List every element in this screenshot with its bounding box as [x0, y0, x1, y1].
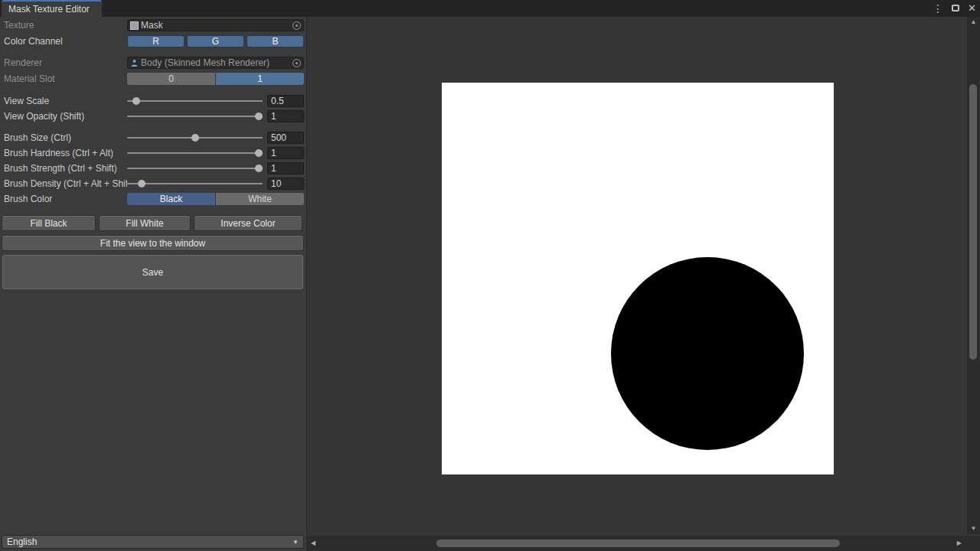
fit-view-button[interactable]: Fit the view to the window: [2, 235, 304, 251]
fill-actions-row: Fill Black Fill White Inverse Color: [2, 215, 304, 231]
texture-row: Texture Mask: [0, 19, 306, 31]
title-bar: Mask Texture Editor ⋮ ✕: [0, 0, 980, 17]
slider-thumb[interactable]: [255, 149, 263, 157]
horizontal-scrollbar-thumb[interactable]: [436, 540, 840, 547]
texture-canvas-area[interactable]: ▲ ▼ ◀ ▶: [307, 17, 980, 551]
inspector-panel: Texture Mask Color Channel R G B Rendere…: [0, 17, 306, 551]
texture-object-name: Mask: [141, 20, 290, 31]
view-scale-row: View Scale 0.5: [0, 95, 306, 107]
view-opacity-label: View Opacity (Shift): [4, 110, 84, 122]
brush-color-label: Brush Color: [4, 193, 52, 205]
channel-b-button[interactable]: B: [247, 35, 304, 47]
view-scale-label: View Scale: [4, 95, 49, 107]
scroll-down-arrow-icon[interactable]: ▼: [967, 525, 980, 533]
material-slot-row: Material Slot 0 1: [0, 73, 306, 85]
scroll-up-arrow-icon[interactable]: ▲: [967, 18, 980, 26]
object-picker-icon[interactable]: [292, 59, 301, 67]
renderer-object-field[interactable]: Body (Skinned Mesh Renderer): [127, 57, 304, 69]
brush-strength-slider[interactable]: [127, 162, 263, 174]
view-opacity-value-field[interactable]: 1: [267, 110, 304, 122]
brush-strength-row: Brush Strength (Ctrl + Shift) 1: [0, 162, 306, 174]
slider-thumb[interactable]: [191, 134, 199, 142]
brush-size-value-field[interactable]: 500: [267, 132, 304, 144]
slider-thumb[interactable]: [255, 112, 263, 120]
brush-density-label: Brush Density (Ctrl + Alt + Shift): [4, 178, 127, 190]
save-button[interactable]: Save: [2, 255, 303, 289]
scroll-right-arrow-icon[interactable]: ▶: [957, 540, 962, 547]
renderer-label: Renderer: [4, 57, 42, 69]
inverse-color-button[interactable]: Inverse Color: [194, 215, 302, 231]
channel-g-button[interactable]: G: [187, 35, 244, 47]
color-channel-label: Color Channel: [4, 35, 63, 47]
brush-density-slider[interactable]: [127, 178, 263, 190]
tab-mask-texture-editor[interactable]: Mask Texture Editor: [2, 0, 102, 17]
brush-hardness-row: Brush Hardness (Ctrl + Alt) 1: [0, 147, 306, 159]
painted-circle: [611, 257, 804, 450]
brush-hardness-value-field[interactable]: 1: [267, 147, 304, 159]
material-slot-0-button[interactable]: 0: [127, 73, 215, 85]
maximize-icon[interactable]: [952, 0, 959, 17]
slider-thumb[interactable]: [132, 97, 140, 105]
brush-density-value-field[interactable]: 10: [267, 178, 304, 190]
brush-size-label: Brush Size (Ctrl): [4, 132, 71, 144]
tab-title: Mask Texture Editor: [8, 4, 90, 15]
texture-view[interactable]: [442, 83, 834, 474]
texture-thumbnail-icon: [130, 21, 139, 30]
skinned-mesh-renderer-icon: [130, 59, 139, 67]
brush-hardness-label: Brush Hardness (Ctrl + Alt): [4, 147, 113, 159]
scroll-left-arrow-icon[interactable]: ◀: [311, 540, 315, 547]
chevron-down-icon: ▼: [292, 539, 299, 546]
view-scale-value-field[interactable]: 0.5: [267, 95, 304, 107]
brush-size-slider[interactable]: [127, 132, 263, 144]
brush-strength-value-field[interactable]: 1: [267, 162, 304, 174]
fill-black-button[interactable]: Fill Black: [2, 215, 96, 231]
brush-color-black-button[interactable]: Black: [127, 193, 215, 205]
language-selected-value: English: [7, 536, 37, 547]
view-opacity-slider[interactable]: [127, 110, 263, 122]
vertical-scrollbar[interactable]: ▲ ▼: [967, 17, 980, 534]
window-controls: ⋮ ✕: [933, 0, 976, 17]
fill-white-button[interactable]: Fill White: [99, 215, 191, 231]
brush-strength-label: Brush Strength (Ctrl + Shift): [4, 162, 117, 174]
slider-thumb[interactable]: [138, 180, 145, 187]
color-channel-row: Color Channel R G B: [0, 35, 306, 47]
view-scale-slider[interactable]: [127, 95, 263, 107]
material-slot-label: Material Slot: [4, 73, 55, 85]
material-slot-1-button[interactable]: 1: [215, 73, 304, 85]
language-dropdown[interactable]: English ▼: [2, 535, 304, 549]
texture-object-field[interactable]: Mask: [127, 19, 304, 31]
maximize-box-glyph: [952, 5, 959, 11]
brush-color-row: Brush Color Black White: [0, 193, 306, 205]
close-icon[interactable]: ✕: [968, 0, 976, 17]
view-opacity-row: View Opacity (Shift) 1: [0, 110, 306, 122]
horizontal-scrollbar[interactable]: ◀ ▶: [307, 536, 966, 551]
brush-hardness-slider[interactable]: [127, 147, 263, 159]
texture-label: Texture: [4, 19, 34, 31]
object-picker-icon[interactable]: [292, 21, 301, 30]
brush-color-group: Black White: [127, 193, 304, 205]
brush-density-row: Brush Density (Ctrl + Alt + Shift) 10: [0, 178, 306, 190]
brush-size-row: Brush Size (Ctrl) 500: [0, 132, 306, 144]
color-channel-group: R G B: [127, 35, 304, 47]
scrollbar-corner: [966, 536, 980, 551]
window-menu-icon[interactable]: ⋮: [933, 0, 943, 17]
brush-color-white-button[interactable]: White: [215, 193, 304, 205]
renderer-object-name: Body (Skinned Mesh Renderer): [141, 57, 290, 68]
vertical-scrollbar-thumb[interactable]: [969, 84, 977, 360]
material-slot-group: 0 1: [127, 73, 304, 85]
renderer-row: Renderer Body (Skinned Mesh Renderer): [0, 57, 306, 69]
channel-r-button[interactable]: R: [127, 35, 185, 47]
slider-thumb[interactable]: [255, 165, 263, 172]
